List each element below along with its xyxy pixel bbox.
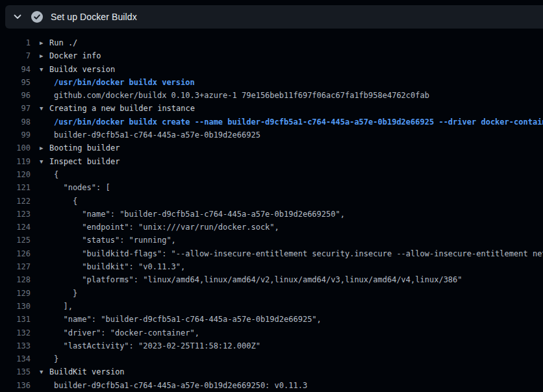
line-number[interactable]: 120 — [0, 168, 31, 181]
log-group-line[interactable]: 94▼Buildx version — [0, 63, 543, 76]
triangle-right-icon: ▶ — [40, 49, 46, 62]
log-line: 121 "nodes": [ — [0, 181, 543, 194]
output-text: { — [54, 168, 58, 181]
triangle-right-icon: ▶ — [40, 141, 46, 154]
log-line: 99builder-d9cfb5a1-c764-445a-a57e-0b19d2… — [0, 129, 543, 141]
output-text: "buildkit": "v0.11.3", — [54, 260, 185, 273]
group-title: Inspect builder — [49, 155, 120, 168]
group-title: Creating a new builder instance — [49, 102, 195, 115]
output-text: "nodes": [ — [54, 181, 110, 194]
chevron-down-icon[interactable] — [12, 12, 23, 22]
log-line: 134} — [0, 352, 543, 365]
log-group-line[interactable]: 7▶Docker info — [0, 49, 543, 62]
line-number[interactable]: 122 — [0, 195, 31, 208]
log-line: 136builder-d9cfb5a1-c764-445a-a57e-0b19d… — [0, 379, 543, 392]
output-text: "lastActivity": "2023-02-25T11:58:12.000… — [54, 339, 260, 352]
output-text: "buildkitd-flags": "--allow-insecure-ent… — [54, 247, 543, 260]
line-number[interactable]: 100 — [0, 141, 31, 154]
group-title: Run ./ — [49, 36, 77, 49]
triangle-down-icon: ▼ — [40, 155, 46, 168]
log-line: 124 "endpoint": "unix:///var/run/docker.… — [0, 221, 543, 234]
output-text: github.com/docker/buildx 0.10.3+azure-1 … — [54, 89, 429, 102]
log-line: 132 "driver": "docker-container", — [0, 326, 543, 339]
log-line: 96github.com/docker/buildx 0.10.3+azure-… — [0, 89, 543, 102]
step-header[interactable]: Set up Docker Buildx — [5, 5, 543, 29]
output-text: } — [54, 352, 58, 365]
group-title: Booting builder — [49, 141, 120, 154]
line-number[interactable]: 136 — [0, 379, 31, 392]
log-line: 98/usr/bin/docker buildx create --name b… — [0, 116, 543, 129]
command-text: /usr/bin/docker buildx create --name bui… — [54, 116, 543, 129]
check-circle-icon — [31, 11, 43, 23]
log-line: 128 "platforms": "linux/amd64,linux/amd6… — [0, 273, 543, 286]
line-number[interactable]: 125 — [0, 234, 31, 247]
output-text: "status": "running", — [54, 234, 176, 247]
output-text: "name": "builder-d9cfb5a1-c764-445a-a57e… — [54, 208, 345, 221]
line-number[interactable]: 129 — [0, 287, 31, 300]
line-number[interactable]: 119 — [0, 155, 31, 168]
output-text: builder-d9cfb5a1-c764-445a-a57e-0b19d2e6… — [54, 379, 307, 392]
log-group-line[interactable]: 97▼Creating a new builder instance — [0, 102, 543, 115]
line-number[interactable]: 126 — [0, 247, 31, 260]
output-text: "driver": "docker-container", — [54, 326, 199, 339]
line-number[interactable]: 97 — [0, 102, 31, 115]
group-title: Buildx version — [49, 63, 115, 76]
line-number[interactable]: 1 — [0, 36, 31, 49]
log-line: 130 ], — [0, 300, 543, 313]
log-line: 123 "name": "builder-d9cfb5a1-c764-445a-… — [0, 208, 543, 221]
log-line: 129 } — [0, 287, 543, 300]
line-number[interactable]: 124 — [0, 221, 31, 234]
log-group-line[interactable]: 1▶Run ./ — [0, 36, 543, 49]
output-text: ], — [54, 300, 73, 313]
triangle-right-icon: ▶ — [40, 36, 46, 49]
command-text: /usr/bin/docker buildx version — [54, 76, 195, 89]
log-group-line[interactable]: 135▼BuildKit version — [0, 365, 543, 378]
log-line: 131 "name": "builder-d9cfb5a1-c764-445a-… — [0, 313, 543, 326]
log-line: 95/usr/bin/docker buildx version — [0, 76, 543, 89]
line-number[interactable]: 130 — [0, 300, 31, 313]
log-line: 133 "lastActivity": "2023-02-25T11:58:12… — [0, 339, 543, 352]
log-line: 120{ — [0, 168, 543, 181]
log-group-line[interactable]: 119▼Inspect builder — [0, 155, 543, 168]
output-text: { — [54, 195, 77, 208]
line-number[interactable]: 127 — [0, 260, 31, 273]
line-number[interactable]: 132 — [0, 326, 31, 339]
output-text: } — [54, 287, 77, 300]
log-line: 122 { — [0, 195, 543, 208]
line-number[interactable]: 99 — [0, 129, 31, 141]
line-number[interactable]: 133 — [0, 339, 31, 352]
line-number[interactable]: 135 — [0, 365, 31, 378]
line-number[interactable]: 7 — [0, 49, 31, 62]
group-title: BuildKit version — [49, 365, 125, 378]
log-line: 126 "buildkitd-flags": "--allow-insecure… — [0, 247, 543, 260]
output-text: "endpoint": "unix:///var/run/docker.sock… — [54, 221, 279, 234]
line-number[interactable]: 98 — [0, 116, 31, 129]
line-number[interactable]: 131 — [0, 313, 31, 326]
log-line: 127 "buildkit": "v0.11.3", — [0, 260, 543, 273]
output-text: "name": "builder-d9cfb5a1-c764-445a-a57e… — [54, 313, 322, 326]
line-number[interactable]: 123 — [0, 208, 31, 221]
log-line: 125 "status": "running", — [0, 234, 543, 247]
triangle-down-icon: ▼ — [40, 365, 46, 378]
line-number[interactable]: 94 — [0, 63, 31, 76]
output-text: builder-d9cfb5a1-c764-445a-a57e-0b19d2e6… — [54, 129, 260, 141]
log-group-line[interactable]: 100▶Booting builder — [0, 141, 543, 154]
triangle-down-icon: ▼ — [40, 102, 46, 115]
line-number[interactable]: 128 — [0, 273, 31, 286]
line-number[interactable]: 95 — [0, 76, 31, 89]
group-title: Docker info — [49, 49, 101, 62]
line-number[interactable]: 134 — [0, 352, 31, 365]
line-number[interactable]: 121 — [0, 181, 31, 194]
triangle-down-icon: ▼ — [40, 63, 46, 76]
output-text: "platforms": "linux/amd64,linux/amd64/v2… — [54, 273, 462, 286]
step-title: Set up Docker Buildx — [51, 12, 137, 22]
line-number[interactable]: 96 — [0, 89, 31, 102]
log-viewer: 1▶Run ./7▶Docker info94▼Buildx version95… — [0, 29, 543, 392]
